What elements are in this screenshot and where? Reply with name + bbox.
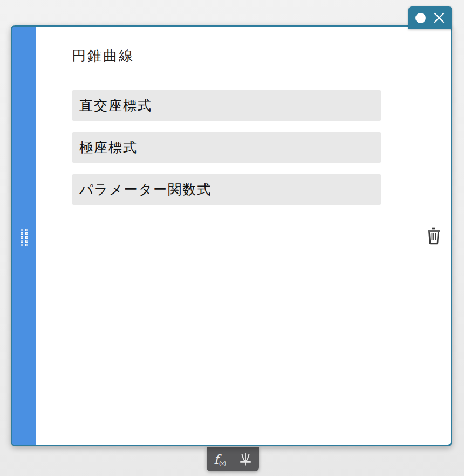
graphing-button[interactable] xyxy=(233,447,258,471)
function-input-button[interactable]: f(x) xyxy=(208,447,233,471)
drag-strip[interactable] xyxy=(12,27,36,445)
window-controls xyxy=(408,6,452,29)
page-title: 円錐曲線 xyxy=(72,46,451,65)
parabola-graph-icon xyxy=(238,452,253,466)
drag-handle-icon[interactable] xyxy=(21,229,28,246)
button-cartesian-equation[interactable]: 直交座標式 xyxy=(72,90,381,121)
dialog-card: 円錐曲線 直交座標式 極座標式 パラメーター関数式 xyxy=(11,25,452,446)
dot-icon xyxy=(415,13,426,23)
button-parametric-equation[interactable]: パラメーター関数式 xyxy=(72,174,381,205)
close-button[interactable] xyxy=(432,11,446,25)
card-content: 円錐曲線 直交座標式 極座標式 パラメーター関数式 xyxy=(36,27,451,445)
close-icon xyxy=(433,12,445,24)
fx-icon: f(x) xyxy=(214,452,226,466)
desktop-background: { "window": { "controls": { "dot_tooltip… xyxy=(0,0,464,476)
trash-icon xyxy=(426,227,442,245)
dot-button[interactable] xyxy=(414,12,426,24)
button-polar-equation[interactable]: 極座標式 xyxy=(72,132,381,163)
bottom-toolbar: f(x) xyxy=(207,447,259,471)
delete-button[interactable] xyxy=(424,226,443,246)
